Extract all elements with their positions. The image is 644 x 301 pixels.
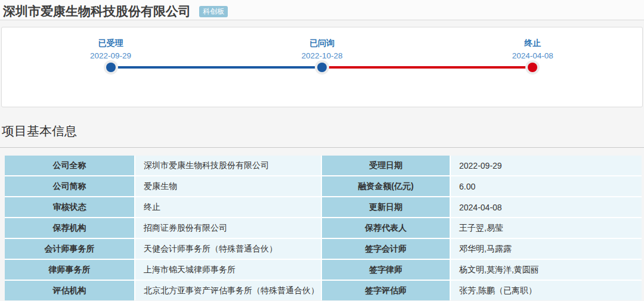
field-label: 更新日期 (322, 197, 450, 217)
stage-label: 终止 (467, 38, 598, 49)
field-value: 邓华明,马露露 (451, 239, 642, 259)
field-label: 保荐代表人 (322, 218, 450, 238)
stage-date: 2022-10-28 (256, 51, 388, 60)
board-badge: 科创板 (199, 6, 228, 17)
field-label: 融资金额(亿元) (322, 176, 450, 196)
section-title: 项目基本信息 (2, 123, 644, 139)
field-label: 会计师事务所 (5, 239, 134, 259)
field-value: 深圳市爱康生物科技股份有限公司 (135, 156, 321, 175)
stage-inquired: 已问询 2022-10-28 (256, 38, 388, 60)
section-divider (0, 147, 644, 148)
field-label: 审核状态 (5, 197, 134, 217)
project-info-table: 公司全称 深圳市爱康生物科技股份有限公司 受理日期 2022-09-29 公司简… (5, 156, 642, 300)
field-value: 王子翌,易莹 (451, 218, 642, 238)
field-value: 6.00 (451, 176, 642, 196)
field-label: 保荐机构 (5, 218, 134, 238)
field-label: 签字评估师 (322, 281, 450, 300)
field-value: 2022-09-29 (451, 156, 642, 175)
stage-terminated: 终止 2024-04-08 (467, 38, 598, 60)
timeline-dot-accepted (106, 63, 116, 72)
stage-label: 已问询 (256, 38, 388, 49)
page-header: 深圳市爱康生物科技股份有限公司 科创板 (0, 0, 644, 20)
field-label: 公司全称 (5, 156, 134, 175)
field-label: 评估机构 (5, 281, 134, 300)
page-title: 深圳市爱康生物科技股份有限公司 (3, 3, 191, 20)
field-value: 北京北方亚事资产评估事务所（特殊普通合伙） (135, 281, 321, 300)
field-value: 杨文明,莫海洋,黄圆丽 (451, 260, 642, 280)
field-label: 签字律师 (322, 260, 450, 280)
timeline-dot-inquired (317, 63, 327, 72)
timeline-dot-terminated (528, 63, 537, 72)
field-value: 上海市锦天城律师事务所 (135, 260, 321, 280)
stage-date: 2024-04-08 (467, 51, 598, 60)
timeline-segment-red (322, 66, 532, 69)
field-label: 受理日期 (322, 156, 450, 175)
stage-label: 已受理 (45, 38, 177, 49)
field-value: 2024-04-08 (451, 197, 642, 217)
field-value: 招商证券股份有限公司 (135, 218, 321, 238)
stage-accepted: 已受理 2022-09-29 (45, 38, 177, 60)
field-label: 公司简称 (5, 176, 134, 196)
field-value: 天健会计师事务所（特殊普通合伙） (135, 239, 321, 259)
stage-date: 2022-09-29 (45, 51, 177, 60)
field-value: 张芳,陈鹏（已离职） (451, 281, 642, 300)
field-value: 爱康生物 (135, 176, 321, 196)
field-value: 终止 (135, 197, 321, 217)
timeline-segment-blue (111, 66, 322, 69)
field-label: 签字会计师 (322, 239, 450, 259)
field-label: 律师事务所 (5, 260, 134, 280)
review-timeline: 已受理 2022-09-29 已问询 2022-10-28 终止 2024-04… (1, 27, 643, 107)
